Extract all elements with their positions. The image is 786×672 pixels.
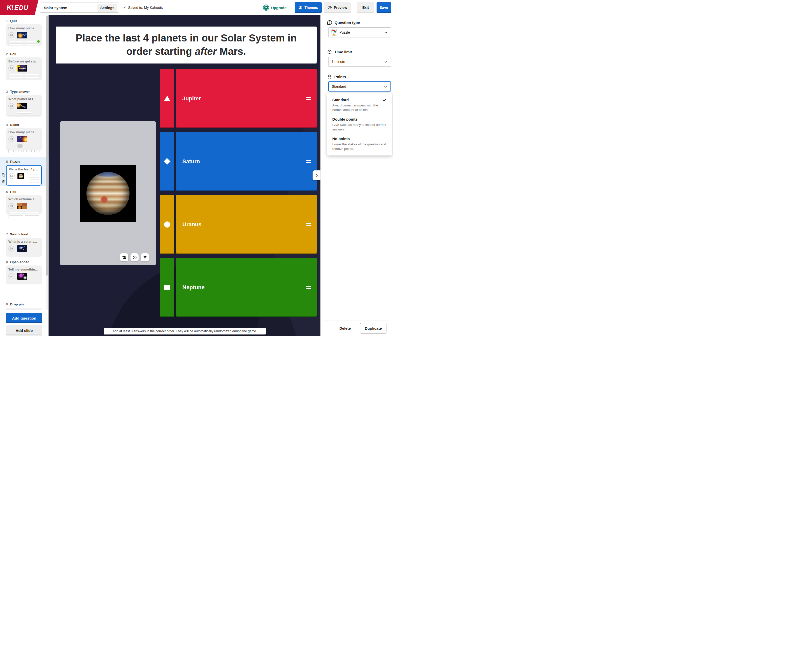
time-limit-badge: 60 xyxy=(9,173,15,179)
question-type-label-row: ? Question type xyxy=(327,20,360,25)
duplicate-question-icon[interactable] xyxy=(2,173,5,177)
title-part: last xyxy=(123,32,140,44)
question-card-open-ended[interactable]: Tell me somethin...240 xyxy=(6,265,42,284)
answer-row-saturn: Saturn xyxy=(160,132,317,191)
square-shape-tile[interactable] xyxy=(160,257,174,317)
circle-shape-tile[interactable] xyxy=(160,195,174,254)
question-list-header: 6 Poll xyxy=(6,190,42,194)
add-question-button[interactable]: Add question xyxy=(6,313,42,323)
question-preview-title: How many plane... xyxy=(8,26,39,30)
duplicate-question-button[interactable]: Duplicate xyxy=(360,323,387,333)
kahoot-edu-logo[interactable]: K! EDU xyxy=(0,0,38,15)
question-list-header: 7 Word cloud xyxy=(6,232,42,236)
jupiter-planet-art xyxy=(86,172,129,215)
points-label-row: Points xyxy=(327,74,346,79)
delete-question-button[interactable]: Delete xyxy=(336,323,354,333)
answer-card-jupiter[interactable]: Jupiter xyxy=(176,69,317,128)
question-card-poll[interactable]: Which extreme s...30 xyxy=(6,195,42,214)
triangle-shape-tile[interactable] xyxy=(160,69,174,128)
points-dropdown-menu: Standard Award correct answers with the … xyxy=(327,93,392,155)
drag-handle-icon[interactable] xyxy=(306,160,311,163)
points-option-standard[interactable]: Standard Award correct answers with the … xyxy=(332,97,387,112)
kahoot-title-input[interactable] xyxy=(43,5,96,11)
answer-row-jupiter: Jupiter xyxy=(160,69,317,128)
answer-card-uranus[interactable]: Uranus xyxy=(176,195,317,254)
question-card-slider[interactable]: How many plane...30 xyxy=(6,128,42,151)
points-select[interactable]: Standard xyxy=(328,82,391,91)
chevron-down-icon xyxy=(384,60,388,64)
question-card-poll[interactable]: Before we get sta...20 xyxy=(6,57,42,80)
answer-placeholders xyxy=(8,74,39,78)
image-info-button[interactable] xyxy=(130,253,138,261)
collapse-panel-button[interactable] xyxy=(313,170,321,180)
option-title: No points xyxy=(332,137,387,141)
exit-button[interactable]: Exit xyxy=(357,2,374,13)
save-label: Save xyxy=(380,6,388,9)
answer-card-neptune[interactable]: Neptune xyxy=(176,257,317,317)
diamond-shape-tile[interactable] xyxy=(160,132,174,191)
question-card-puzzle[interactable]: Place the last 4 p...60 xyxy=(6,165,42,185)
question-list-sidebar: 1 QuizHow many plane...20 2 PollBefore w… xyxy=(0,15,49,336)
question-title[interactable]: Place the last 4 planets in our Solar Sy… xyxy=(56,27,317,63)
chevron-right-icon xyxy=(314,173,319,177)
question-card-quiz[interactable]: How many plane...20 xyxy=(6,24,42,46)
answer-row-uranus: Uranus xyxy=(160,195,317,254)
save-status: ✓ Saved to: My Kahoots xyxy=(123,0,163,15)
question-settings-panel: ? Question type Puzzle Time limit 1 minu… xyxy=(321,15,393,336)
question-card-type-answer[interactable]: What planet of t...60 xyxy=(6,95,42,117)
trash-icon xyxy=(143,255,147,260)
question-list-header: 3 Type answer xyxy=(6,90,42,94)
points-option-double-points[interactable]: Double points Give twice as many points … xyxy=(332,117,387,132)
crop-image-button[interactable] xyxy=(120,253,128,261)
time-limit-badge: 30 xyxy=(8,136,14,142)
info-icon xyxy=(132,255,137,260)
editor-canvas: Place the last 4 planets in our Solar Sy… xyxy=(49,15,321,336)
drag-handle-icon[interactable] xyxy=(306,223,311,226)
drag-handle-icon[interactable] xyxy=(306,97,311,100)
time-limit-badge: 20 xyxy=(8,32,14,38)
question-thumbnail xyxy=(17,273,27,279)
time-limit-badge: 240 xyxy=(8,273,14,279)
settings-button[interactable]: Settings xyxy=(97,4,117,12)
question-thumbnail xyxy=(17,203,27,209)
question-preview-title: Before we get sta... xyxy=(8,60,39,63)
question-card-word-cloud[interactable]: What is a solar s...30 xyxy=(6,238,42,257)
eye-icon xyxy=(327,5,332,10)
kahoot-title-box: Settings xyxy=(40,3,119,13)
time-limit-select[interactable]: 1 minute xyxy=(328,57,391,67)
jupiter-image[interactable] xyxy=(80,165,136,222)
sidebar-scrollbar-thumb[interactable] xyxy=(46,16,48,276)
themes-button[interactable]: Themes xyxy=(295,2,322,13)
question-media-card xyxy=(60,121,156,265)
option-description: Give twice as many points for correct an… xyxy=(332,122,387,132)
option-title: Standard xyxy=(332,97,387,102)
sidebar-item-word-cloud: 7 Word cloudWhat is a solar s...30 xyxy=(6,232,42,257)
question-type-value: Puzzle xyxy=(340,30,350,35)
question-type-select[interactable]: Puzzle xyxy=(328,27,391,38)
answer-placeholders xyxy=(8,41,39,45)
drag-handle-icon[interactable] xyxy=(306,286,311,289)
sidebar-item-puzzle-selected: 5 PuzzlePlace the last 4 p...60 xyxy=(0,157,49,186)
question-thumbnail xyxy=(17,245,27,252)
preview-label: Preview xyxy=(334,6,347,9)
title-part: Mars. xyxy=(217,46,246,57)
delete-image-button[interactable] xyxy=(141,253,149,261)
star-badge-icon: ★ xyxy=(263,5,269,11)
question-preview-title: Place the last 4 p... xyxy=(9,167,39,171)
points-option-no-points[interactable]: No points Lower the stakes of the questi… xyxy=(332,137,387,151)
question-preview-title: Tell me somethin... xyxy=(8,267,39,271)
check-icon xyxy=(382,97,387,102)
upgrade-label: Upgrade xyxy=(271,6,286,10)
answer-card-saturn[interactable]: Saturn xyxy=(176,132,317,191)
triangle-icon xyxy=(164,96,170,101)
title-part: last xyxy=(24,167,30,171)
upgrade-button[interactable]: ★ Upgrade xyxy=(263,0,286,15)
save-button[interactable]: Save xyxy=(377,2,391,13)
question-list-header: 1 Quiz xyxy=(6,19,42,23)
slider-handle xyxy=(17,144,22,148)
add-slide-button[interactable]: Add slide xyxy=(6,325,42,336)
crop-icon xyxy=(122,255,126,260)
preview-button[interactable]: Preview xyxy=(324,2,351,13)
option-title: Double points xyxy=(332,117,387,121)
delete-question-icon[interactable] xyxy=(2,180,5,184)
